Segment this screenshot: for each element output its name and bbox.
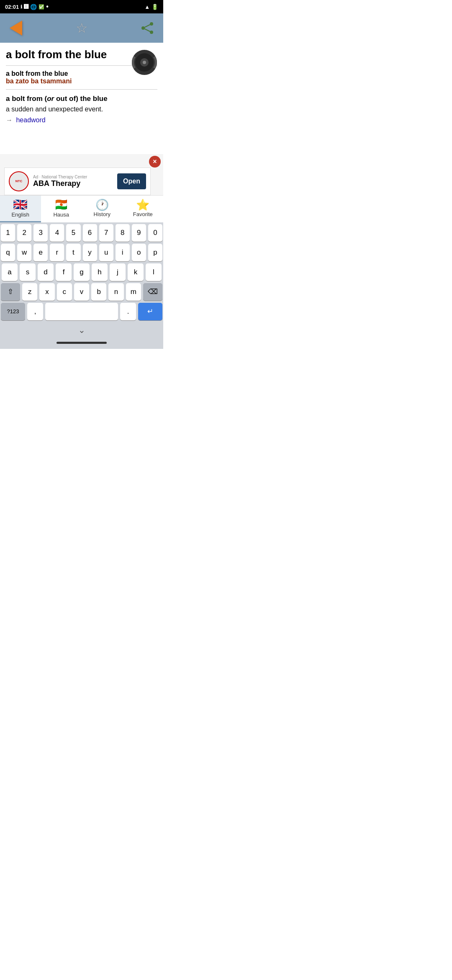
key-b[interactable]: b bbox=[91, 283, 106, 301]
favorite-star-icon: ⭐ bbox=[136, 199, 149, 210]
definition-link: → headword bbox=[6, 116, 157, 124]
key-e[interactable]: e bbox=[33, 244, 48, 261]
bottom-tabs: 🇬🇧 English 🇳🇪 Hausa 🕐 History ⭐ Favorite bbox=[0, 195, 163, 222]
definition-section: a bolt from (or out of) the blue a sudde… bbox=[6, 90, 157, 129]
key-a[interactable]: a bbox=[2, 263, 18, 281]
key-y[interactable]: y bbox=[83, 244, 97, 261]
key-v[interactable]: v bbox=[74, 283, 89, 301]
headword-link[interactable]: headword bbox=[16, 116, 45, 124]
key-c[interactable]: c bbox=[57, 283, 72, 301]
keyboard-bottom-row: ?123 , . ↵ bbox=[1, 303, 162, 320]
close-icon: × bbox=[149, 156, 161, 168]
key-h[interactable]: h bbox=[92, 263, 108, 281]
numbers-key[interactable]: ?123 bbox=[1, 303, 25, 320]
key-l[interactable]: l bbox=[146, 263, 162, 281]
share-icon bbox=[140, 21, 155, 36]
key-s[interactable]: s bbox=[20, 263, 36, 281]
key-i[interactable]: i bbox=[116, 244, 130, 261]
key-r[interactable]: r bbox=[50, 244, 64, 261]
tab-english[interactable]: 🇬🇧 English bbox=[0, 196, 41, 222]
key-p[interactable]: p bbox=[148, 244, 162, 261]
key-8[interactable]: 8 bbox=[116, 224, 130, 242]
tab-hausa[interactable]: 🇳🇪 Hausa bbox=[41, 196, 82, 222]
ad-text: Ad · National Therapy Center ABA Therapy bbox=[33, 175, 113, 188]
tab-history[interactable]: 🕐 History bbox=[82, 196, 123, 222]
definition-text: a sudden and unexpected event. bbox=[6, 106, 157, 113]
shift-key[interactable]: ⇧ bbox=[1, 283, 20, 301]
tab-english-label: English bbox=[11, 211, 29, 218]
keyboard: 1 2 3 4 5 6 7 8 9 0 q w e r t y u i o p … bbox=[0, 222, 163, 338]
key-k[interactable]: k bbox=[128, 263, 144, 281]
arrow-icon: → bbox=[6, 116, 13, 124]
delete-key[interactable]: ⌫ bbox=[143, 283, 162, 301]
key-f[interactable]: f bbox=[56, 263, 72, 281]
wifi-icon: ▲ bbox=[144, 4, 150, 10]
key-6[interactable]: 6 bbox=[83, 224, 97, 242]
key-q[interactable]: q bbox=[1, 244, 15, 261]
comma-key[interactable]: , bbox=[27, 303, 43, 320]
tab-hausa-label: Hausa bbox=[53, 211, 69, 218]
ad-open-button[interactable]: Open bbox=[117, 173, 146, 189]
key-j[interactable]: j bbox=[110, 263, 126, 281]
keyboard-row-3: ⇧ z x c v b n m ⌫ bbox=[1, 283, 162, 301]
content-area: a bolt from the blue a bolt from the blu… bbox=[0, 43, 163, 129]
key-d[interactable]: d bbox=[38, 263, 54, 281]
dot-icon: • bbox=[46, 3, 49, 10]
key-w[interactable]: w bbox=[17, 244, 31, 261]
key-g[interactable]: g bbox=[74, 263, 90, 281]
home-indicator bbox=[56, 342, 107, 344]
status-icons-section: ▲ 🔋 bbox=[144, 4, 158, 10]
bitwarden-icon: 🅱 bbox=[24, 4, 28, 9]
history-clock-icon: 🕐 bbox=[95, 199, 109, 210]
key-1[interactable]: 1 bbox=[1, 224, 15, 242]
key-2[interactable]: 2 bbox=[17, 224, 31, 242]
key-4[interactable]: 4 bbox=[50, 224, 64, 242]
status-bar: 02:01 ℹ 🅱 🌐 ✅ • ▲ 🔋 bbox=[0, 0, 163, 13]
enter-key[interactable]: ↵ bbox=[138, 303, 162, 320]
keyboard-row-1: q w e r t y u i o p bbox=[1, 244, 162, 261]
key-3[interactable]: 3 bbox=[33, 224, 48, 242]
speaker-icon[interactable] bbox=[130, 48, 159, 77]
tab-favorite[interactable]: ⭐ Favorite bbox=[123, 196, 164, 222]
key-t[interactable]: t bbox=[66, 244, 80, 261]
key-5[interactable]: 5 bbox=[66, 224, 80, 242]
chevron-down-icon[interactable]: ⌄ bbox=[78, 325, 85, 335]
tab-favorite-label: Favorite bbox=[133, 211, 153, 217]
ad-logo: NTC bbox=[9, 171, 29, 191]
home-indicator-area bbox=[0, 338, 163, 349]
status-time-section: 02:01 ℹ 🅱 🌐 ✅ • bbox=[5, 3, 49, 10]
ad-section: × NTC Ad · National Therapy Center ABA T… bbox=[0, 154, 163, 195]
hausa-flag-icon: 🇳🇪 bbox=[54, 199, 69, 211]
header-toolbar: ☆ bbox=[0, 13, 163, 43]
keyboard-bottom: ⌄ bbox=[1, 322, 162, 337]
translation-hausa: ba zato ba tsammani bbox=[6, 77, 157, 85]
back-arrow-icon bbox=[10, 21, 22, 36]
key-x[interactable]: x bbox=[39, 283, 54, 301]
ad-sponsored-label: Ad · National Therapy Center bbox=[33, 175, 113, 179]
key-z[interactable]: z bbox=[22, 283, 37, 301]
period-key[interactable]: . bbox=[120, 303, 136, 320]
key-n[interactable]: n bbox=[108, 283, 123, 301]
keyboard-number-row: 1 2 3 4 5 6 7 8 9 0 bbox=[1, 224, 162, 242]
tab-history-label: History bbox=[94, 211, 110, 217]
key-o[interactable]: o bbox=[132, 244, 146, 261]
key-u[interactable]: u bbox=[99, 244, 113, 261]
ad-title: ABA Therapy bbox=[33, 179, 113, 188]
back-button[interactable] bbox=[7, 19, 25, 37]
star-icon: ☆ bbox=[76, 20, 88, 36]
space-key[interactable] bbox=[45, 303, 118, 320]
ad-banner: NTC Ad · National Therapy Center ABA The… bbox=[4, 168, 151, 195]
key-7[interactable]: 7 bbox=[99, 224, 113, 242]
share-button[interactable] bbox=[138, 19, 157, 37]
globe-icon: 🌐 bbox=[30, 4, 37, 10]
spacer bbox=[0, 129, 163, 154]
status-time: 02:01 bbox=[5, 4, 19, 10]
svg-line-4 bbox=[143, 28, 152, 32]
keyboard-row-2: a s d f g h j k l bbox=[1, 263, 162, 281]
key-0[interactable]: 0 bbox=[148, 224, 162, 242]
key-m[interactable]: m bbox=[126, 283, 141, 301]
favorite-button[interactable]: ☆ bbox=[72, 19, 91, 37]
definition-title: a bolt from (or out of) the blue bbox=[6, 95, 157, 103]
key-9[interactable]: 9 bbox=[132, 224, 146, 242]
ad-close-button[interactable]: × bbox=[149, 156, 161, 168]
